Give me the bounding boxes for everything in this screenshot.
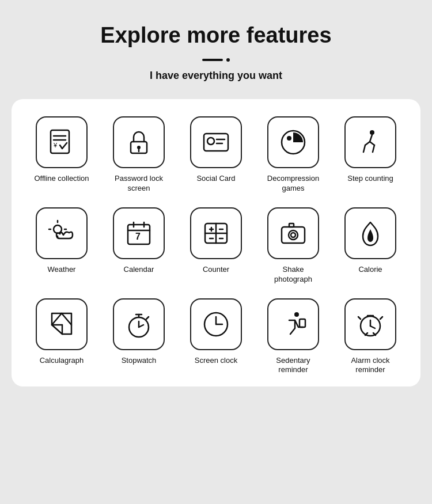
svg-line-60 bbox=[380, 317, 382, 319]
social-card-label: Social Card bbox=[196, 174, 235, 184]
password-lock-screen-icon bbox=[123, 127, 154, 158]
stopwatch-icon bbox=[123, 309, 154, 340]
calendar-icon: 7 bbox=[123, 218, 154, 249]
weather-icon bbox=[46, 218, 77, 249]
divider-line bbox=[202, 59, 223, 61]
calorie-icon bbox=[355, 218, 386, 249]
shake-photograph-icon bbox=[278, 218, 309, 249]
feature-calculagraph: Calculagraph bbox=[23, 298, 100, 376]
svg-line-50 bbox=[146, 317, 149, 319]
calendar-icon-box: 7 bbox=[113, 207, 165, 259]
stopwatch-label: Stopwatch bbox=[122, 356, 157, 366]
svg-line-14 bbox=[370, 135, 372, 142]
svg-rect-40 bbox=[289, 223, 294, 227]
screen-clock-icon-box bbox=[190, 298, 242, 350]
offline-collection-icon-box: ¥ bbox=[36, 116, 88, 168]
social-card-icon-box bbox=[190, 116, 242, 168]
svg-text:¥: ¥ bbox=[53, 142, 58, 149]
svg-line-17 bbox=[363, 145, 365, 152]
step-counting-icon bbox=[355, 127, 386, 158]
calendar-label: Calendar bbox=[124, 265, 154, 275]
svg-rect-55 bbox=[300, 319, 305, 327]
feature-stopwatch: Stopwatch bbox=[100, 298, 177, 376]
alarm-clock-reminder-label: Alarm clock reminder bbox=[342, 356, 399, 376]
social-card-icon bbox=[200, 127, 232, 158]
divider-dot bbox=[226, 58, 230, 62]
svg-point-12 bbox=[287, 136, 291, 141]
feature-password-lock-screen: Password lock screen bbox=[100, 116, 177, 194]
feature-weather: Weather bbox=[23, 207, 100, 285]
decompression-games-label: Decompression games bbox=[264, 174, 322, 194]
decompression-games-icon-box bbox=[267, 116, 319, 168]
feature-shake-photograph: Shake photograph bbox=[255, 207, 332, 285]
password-lock-screen-label: Password lock screen bbox=[110, 174, 168, 194]
feature-calorie: Calorie bbox=[332, 207, 409, 285]
shake-photograph-label: Shake photograph bbox=[264, 265, 322, 285]
feature-alarm-clock-reminder: Alarm clock reminder bbox=[332, 298, 409, 376]
svg-point-8 bbox=[207, 138, 214, 145]
calculagraph-icon-box bbox=[36, 298, 88, 350]
calorie-label: Calorie bbox=[358, 265, 382, 275]
offline-collection-icon: ¥ bbox=[46, 127, 77, 158]
offline-collection-label: Offline collection bbox=[34, 174, 89, 184]
weather-icon-box bbox=[36, 207, 88, 259]
step-counting-icon-box bbox=[344, 116, 396, 168]
subtitle: I have everything you want bbox=[150, 70, 282, 82]
feature-offline-collection: ¥ Offline collection bbox=[23, 116, 100, 194]
feature-calendar: 7 Calendar bbox=[100, 207, 177, 285]
feature-social-card: Social Card bbox=[177, 116, 255, 194]
counter-icon-box bbox=[190, 207, 242, 259]
svg-text:7: 7 bbox=[135, 232, 141, 241]
svg-rect-37 bbox=[282, 227, 305, 243]
screen-clock-icon bbox=[200, 309, 232, 340]
svg-point-39 bbox=[291, 233, 295, 237]
password-lock-screen-icon-box bbox=[113, 116, 165, 168]
divider bbox=[202, 58, 230, 62]
counter-icon bbox=[200, 218, 232, 249]
feature-screen-clock: Screen clock bbox=[177, 298, 255, 376]
svg-line-15 bbox=[365, 142, 370, 145]
svg-point-38 bbox=[289, 230, 298, 240]
sedentary-reminder-icon bbox=[278, 309, 309, 340]
feature-counter: Counter bbox=[177, 207, 255, 285]
svg-line-44 bbox=[62, 313, 71, 325]
svg-line-18 bbox=[373, 145, 374, 152]
features-grid: ¥ Offline collection Password lock scree… bbox=[23, 116, 409, 375]
calorie-icon-box bbox=[344, 207, 396, 259]
svg-point-54 bbox=[294, 312, 299, 317]
stopwatch-icon-box bbox=[113, 298, 165, 350]
sedentary-reminder-icon-box bbox=[267, 298, 319, 350]
svg-line-16 bbox=[370, 142, 374, 145]
page-title: Explore more features bbox=[100, 23, 331, 48]
svg-line-58 bbox=[370, 326, 375, 328]
feature-sedentary-reminder: Sedentary reminder bbox=[255, 298, 332, 376]
step-counting-label: Step counting bbox=[347, 174, 393, 184]
feature-step-counting: Step counting bbox=[332, 116, 409, 194]
svg-line-43 bbox=[52, 313, 62, 325]
counter-label: Counter bbox=[203, 265, 229, 275]
shake-photograph-icon-box bbox=[267, 207, 319, 259]
svg-line-59 bbox=[358, 317, 361, 319]
calculagraph-icon bbox=[46, 309, 77, 340]
sedentary-reminder-label: Sedentary reminder bbox=[264, 356, 322, 376]
calculagraph-label: Calculagraph bbox=[40, 356, 84, 366]
weather-label: Weather bbox=[48, 265, 76, 275]
decompression-games-icon bbox=[278, 127, 309, 158]
alarm-clock-reminder-icon-box bbox=[344, 298, 396, 350]
screen-clock-label: Screen clock bbox=[195, 356, 237, 366]
feature-decompression-games: Decompression games bbox=[255, 116, 332, 194]
features-card: ¥ Offline collection Password lock scree… bbox=[12, 99, 420, 386]
alarm-clock-reminder-icon bbox=[355, 309, 386, 340]
